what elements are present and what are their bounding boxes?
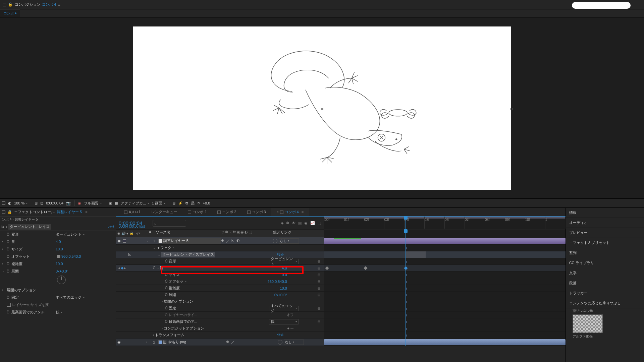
composition-header: 🔒 コンポジション コンポ 4 ≡ [0, 0, 644, 9]
current-frame: 00004 (30.00 fps) [119, 225, 145, 228]
draft3d-icon[interactable]: ✲ [286, 221, 289, 225]
panel-cc-libraries[interactable]: CC ライブラリ [566, 258, 644, 268]
exposure-value[interactable]: +0.0 [203, 201, 210, 205]
reset-exposure-icon[interactable]: ↻ [197, 201, 200, 205]
tl-tab-renderqueue[interactable]: レンダーキュー [146, 208, 182, 216]
layer-row-2[interactable]: ◉ › 2 🖼 やもり.png ⊕／ なし [116, 339, 324, 346]
eye-col-icon: ◉ [117, 232, 120, 235]
panel-align[interactable]: 整列 [566, 248, 644, 258]
panel-tracker[interactable]: トラッカー [566, 288, 644, 298]
panel-character[interactable]: 文字 [566, 268, 644, 278]
panel-content-aware-fill[interactable]: コンテンツに応じた塗りつぶし [566, 298, 644, 308]
fill-target-swatch[interactable] [573, 314, 603, 333]
camera-dropdown[interactable]: アクティブカ... [121, 201, 149, 206]
guides-icon[interactable]: ⊡ [40, 201, 43, 205]
effect-name[interactable]: タービュレント...レイス [8, 224, 51, 230]
prop-offset-value[interactable]: 960.0,540.0 [56, 254, 82, 259]
keyframe[interactable] [325, 266, 329, 270]
next-kf-icon[interactable]: ▸ [124, 266, 126, 270]
roi-icon[interactable]: ▣ [109, 201, 112, 205]
redacted-area [572, 2, 631, 9]
graph-editor-icon[interactable]: 📈 [310, 221, 315, 225]
tl-amount-value[interactable]: 4.0 [282, 266, 287, 270]
prev-kf-icon[interactable]: ◂ [118, 266, 120, 270]
collapse-caret[interactable]: ▾ [6, 225, 7, 229]
prop-size-value[interactable]: 10.0 [56, 247, 63, 251]
add-kf-icon[interactable]: ◆ [121, 266, 123, 270]
panel-effects-presets[interactable]: エフェクト＆プリセット [566, 238, 644, 248]
layer-row-1[interactable]: ◉ ⌄ 1 調整レイヤー 5 ⊕／fx◐ なし [116, 237, 324, 245]
fx-badge[interactable]: fx [1, 225, 4, 229]
snapshot-icon[interactable]: 📷 [66, 201, 71, 205]
res-icon[interactable]: ⊞ [35, 201, 38, 205]
tl-tab-comp3[interactable]: コンポ 3 [242, 208, 271, 216]
reset-button[interactable]: ﾘｾｯﾄ [108, 225, 114, 229]
timecode-display[interactable]: 0:00:00:04 [46, 201, 63, 205]
timeline-search[interactable]: ⌕ [153, 220, 186, 227]
expression-pickwhip-icon[interactable]: ⊚ [317, 259, 321, 264]
tl-tab-comp4[interactable]: ×コンポ 4≡ [271, 208, 309, 216]
comp-mini-flowchart-icon[interactable]: ◈ [281, 221, 283, 225]
composition-tab-strip: コンポ 4 [0, 9, 644, 17]
svg-point-1 [396, 139, 397, 140]
panel-menu-icon[interactable]: ≡ [85, 210, 87, 214]
viewer-toolbar: ◐ 100 % ⊞ ⊡ 0:00:00:04 📷 ◉ フル画質 ▣ ▦ アクティ… [0, 198, 644, 208]
color-mgmt-icon[interactable]: ◉ [78, 201, 81, 205]
quality-dropdown[interactable]: フル画質 [84, 201, 102, 206]
composition-tab[interactable]: コンポ 4 [0, 9, 20, 17]
composition-canvas[interactable] [133, 26, 511, 190]
keyframe[interactable] [364, 266, 367, 270]
tracks-area[interactable] [324, 230, 566, 346]
ec-title-prefix: エフェクトコントロール [14, 209, 55, 215]
prop-evolution-value[interactable]: 0x+0.0° [56, 269, 68, 273]
prop-pinning-dd[interactable]: すべてのエッジ [56, 295, 85, 300]
ec-breadcrumb[interactable]: ンポ 4・調整レイヤー 5 [0, 217, 116, 223]
frame-blend-icon[interactable]: ▤ [298, 221, 302, 225]
composition-viewer[interactable] [0, 17, 644, 198]
pixel-aspect-icon[interactable]: ⊟ [172, 201, 175, 205]
fill-target-label: 塗りつぶし先 [566, 308, 644, 313]
visibility-toggle[interactable]: ◉ [116, 239, 122, 243]
hide-shy-icon[interactable]: 👁 [292, 221, 296, 225]
panel-grip-icon[interactable] [2, 210, 5, 214]
panel-grip-icon[interactable] [3, 3, 6, 6]
prop-amount-value[interactable]: 4.0 [56, 240, 61, 244]
tl-deformation-dd[interactable]: タービュレント [269, 259, 299, 264]
tl-tab-amelo1[interactable]: Aメロ1 [119, 208, 146, 216]
panel-audio[interactable]: オーディオ [566, 218, 644, 228]
lock-icon[interactable]: 🔒 [7, 210, 12, 214]
dock-icon[interactable]: ⬚ [318, 221, 321, 225]
panel-info[interactable]: 情報 [566, 208, 644, 218]
prop-aa-dd[interactable]: 低 [56, 310, 62, 315]
svg-point-2 [389, 110, 407, 116]
grid-snap-icon[interactable] [2, 201, 5, 205]
alpha-expand-label: アルファ拡張 [566, 334, 644, 339]
mask-icon[interactable]: ◐ [8, 201, 11, 205]
time-ruler[interactable]: :00f01f02f03f04f05f06f07f08f09f10f1 [324, 217, 566, 230]
panel-menu-icon[interactable]: ≡ [58, 3, 60, 7]
timeline-icon[interactable]: ⧉ [185, 201, 188, 205]
panel-preview[interactable]: プレビュー [566, 228, 644, 238]
layer1-bar[interactable] [324, 238, 566, 244]
keyframe[interactable] [404, 266, 408, 270]
tl-tab-comp2[interactable]: コンポ 2 [212, 208, 241, 216]
panel-paragraph[interactable]: 段落 [566, 278, 644, 288]
prop-complexity-value[interactable]: 10.0 [56, 262, 63, 266]
zoom-dropdown[interactable]: 100 % [14, 201, 28, 205]
prop-deformation-dd[interactable]: タービュレント [56, 232, 85, 237]
playhead[interactable] [406, 217, 406, 230]
pickwhip-icon[interactable] [273, 239, 277, 243]
parent-dropdown[interactable]: なし [279, 238, 299, 244]
lock-icon[interactable]: 🔒 [8, 2, 13, 7]
tl-tab-comp1[interactable]: コンポ 1 [182, 208, 212, 216]
flowchart-icon[interactable]: 品 [191, 201, 195, 206]
transparency-icon[interactable]: ▦ [115, 201, 118, 205]
motion-blur-icon[interactable]: ◉ [304, 221, 308, 225]
header-comp-link[interactable]: コンポ 4 [42, 2, 56, 7]
layer2-bar[interactable] [324, 339, 566, 345]
evolution-dial[interactable] [57, 276, 66, 284]
fast-preview-icon[interactable]: ⚡ [178, 201, 183, 205]
effect-controls-panel: 🔒 エフェクトコントロール 調整レイヤー 5 ≡ ンポ 4・調整レイヤー 5 f… [0, 208, 116, 362]
views-dropdown[interactable]: 1 画面 [152, 201, 165, 206]
ec-title-layer[interactable]: 調整レイヤー 5 [57, 209, 82, 215]
